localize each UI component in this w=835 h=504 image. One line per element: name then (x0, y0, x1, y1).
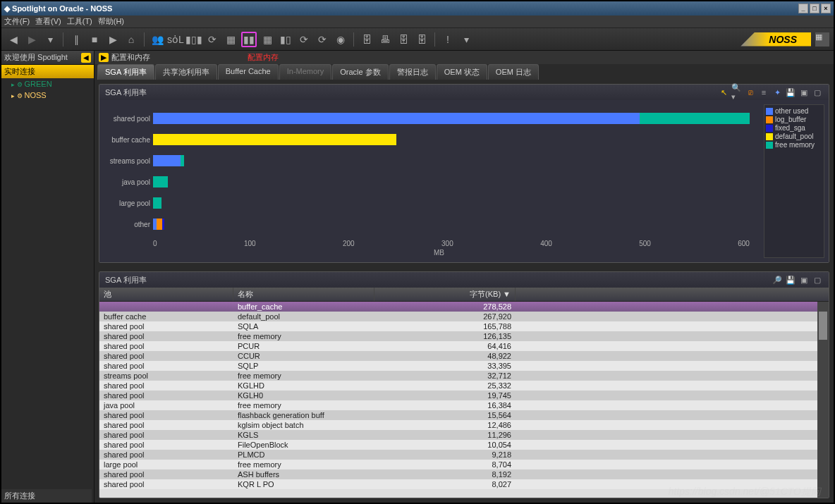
menu-tools[interactable]: 工具(T) (67, 16, 92, 27)
table-panel: SGA 利用率 🔎 💾 ▣ ▢ 池 名称 字节(KB) ▼ buffer_cac… (99, 271, 829, 498)
tcopy-icon[interactable]: ▣ (798, 274, 810, 285)
sidebar-welcome-label: 欢迎使用 Spotlight (4, 52, 68, 63)
stop-icon[interactable]: ■ (87, 32, 102, 47)
breadcrumb: ▶ 配置和内存 配置内存 (95, 51, 834, 64)
db1-icon[interactable]: 🗄 (359, 32, 374, 47)
tab-OEM 日志[interactable]: OEM 日志 (488, 64, 539, 80)
filter-icon[interactable]: ≡ (758, 87, 769, 98)
sql-icon[interactable]: sȯL (168, 32, 183, 47)
title-bar: ◆ Spotlight on Oracle - NOSS _ □ × (1, 1, 834, 16)
alert-icon[interactable]: ! (440, 32, 456, 47)
table-row[interactable]: shared poolKGLS11,296 (99, 430, 817, 440)
table-row[interactable]: shared poolPLMCD9,218 (99, 450, 817, 460)
table-row[interactable]: buffer_cache278,528 (99, 302, 817, 312)
table-title: SGA 利用率 (105, 275, 147, 285)
table-row[interactable]: shared poolKGLH019,745 (99, 391, 817, 400)
sidebar-welcome[interactable]: 欢迎使用 Spotlight ◀ (1, 51, 94, 65)
tab-OEM 状态[interactable]: OEM 状态 (437, 64, 487, 80)
target-icon[interactable]: ◉ (333, 32, 348, 47)
menu-help[interactable]: 帮助(H) (98, 16, 124, 27)
crumb-expand-icon[interactable]: ▶ (99, 53, 109, 62)
tmax-icon[interactable]: ▢ (812, 274, 823, 285)
nav-fwd-icon[interactable]: ▶ (24, 32, 39, 47)
content-area: ▶ 配置和内存 配置内存 SGA 利用率共享池利用率Buffer CacheIn… (95, 51, 834, 503)
col-kb[interactable]: 字节(KB) ▼ (374, 288, 516, 301)
app-icon: ◆ (4, 4, 10, 13)
x-axis-label: MB (434, 249, 444, 257)
menu-bar: 文件(F) 查看(V) 工具(T) 帮助(H) (1, 16, 834, 28)
collapse-icon[interactable]: ◀ (81, 53, 91, 63)
save-icon[interactable]: 💾 (785, 87, 796, 98)
tab-Buffer Cache[interactable]: Buffer Cache (218, 64, 279, 80)
opts-icon[interactable]: ✦ (772, 87, 783, 98)
db2-icon[interactable]: 🗄 (396, 32, 411, 47)
table-row[interactable]: streams poolfree memory32,712 (99, 371, 817, 381)
refresh-icon[interactable]: ⟳ (205, 32, 220, 47)
pointer-icon[interactable]: ↖ (718, 87, 729, 98)
table-row[interactable]: shared poolCCUR48,922 (99, 351, 817, 361)
table-row[interactable]: shared poolkglsim object batch12,486 (99, 420, 817, 430)
find-icon[interactable]: 🔎 (772, 274, 783, 285)
copy-icon[interactable]: ▣ (798, 87, 810, 98)
nav-back-icon[interactable]: ◀ (6, 32, 21, 47)
table-row[interactable]: buffer cachedefault_pool267,920 (99, 312, 817, 321)
minimize-button[interactable]: _ (798, 4, 808, 13)
home-icon[interactable]: ⌂ (123, 32, 139, 47)
table-row[interactable]: shared poolflashback generation buff15,5… (99, 410, 817, 420)
sidebar-item-noss[interactable]: NOSS (1, 90, 94, 101)
tab-Oracle 参数[interactable]: Oracle 参数 (332, 64, 388, 80)
tab-共享池利用率[interactable]: 共享池利用率 (155, 64, 217, 80)
col-pool[interactable]: 池 (99, 288, 233, 301)
play-icon[interactable]: ▶ (105, 32, 121, 47)
chart-icon[interactable]: ▮▯▮ (186, 32, 202, 47)
menu-file[interactable]: 文件(F) (4, 16, 30, 27)
menu-view[interactable]: 查看(V) (35, 16, 61, 27)
table-row[interactable]: java poolfree memory16,384 (99, 400, 817, 410)
table-row[interactable]: shared poolKGLHD25,332 (99, 381, 817, 391)
table-header: 池 名称 字节(KB) ▼ (99, 288, 829, 302)
users-icon[interactable]: 👥 (150, 32, 165, 47)
chart-legend: other usedlog_bufferfixed_sgadefault_poo… (764, 104, 824, 258)
zoom-icon[interactable]: 🔍▾ (731, 87, 743, 98)
window-title: Spotlight on Oracle - NOSS (12, 4, 112, 13)
brand-badge: NOSS (740, 32, 811, 47)
brush-icon[interactable]: ⎚ (745, 87, 756, 98)
max-icon[interactable]: ▢ (812, 87, 823, 98)
close-button[interactable]: × (821, 4, 831, 13)
alert-drop-icon[interactable]: ▾ (458, 32, 474, 47)
table-row[interactable]: large poolfree memory8,704 (99, 460, 817, 469)
grid2-icon[interactable]: ▦ (260, 32, 275, 47)
chart-panel: SGA 利用率 ↖ 🔍▾ ⎚ ≡ ✦ 💾 ▣ ▢ shared poolbuff… (99, 84, 829, 263)
table-scrollbar[interactable] (817, 302, 829, 498)
memory-config-icon[interactable]: ▮▮ (241, 32, 257, 47)
tsave-icon[interactable]: 💾 (785, 274, 796, 285)
sidebar-section[interactable]: 实时连接 (1, 65, 94, 78)
cycle1-icon[interactable]: ⟳ (296, 32, 312, 47)
tab-警报日志[interactable]: 警报日志 (389, 64, 436, 80)
table-row[interactable]: shared poolfree memory126,135 (99, 331, 817, 341)
barchart-icon[interactable]: ▮▯ (278, 32, 293, 47)
sidebar: 欢迎使用 Spotlight ◀ 实时连接 GREEN NOSS (1, 51, 95, 503)
table-row[interactable]: shared poolFileOpenBlock10,054 (99, 440, 817, 450)
grid1-icon[interactable]: ▦ (223, 32, 238, 47)
sidebar-item-green[interactable]: GREEN (1, 78, 94, 90)
cycle2-icon[interactable]: ⟳ (315, 32, 330, 47)
col-name[interactable]: 名称 (233, 288, 374, 301)
nav-dropdown-icon[interactable]: ▾ (42, 32, 58, 47)
table-row[interactable]: shared poolSQLA165,788 (99, 321, 817, 331)
crumb-annotation: 配置内存 (248, 53, 279, 61)
pause-icon[interactable]: ∥ (68, 32, 84, 47)
table-row[interactable]: shared poolPCUR64,416 (99, 341, 817, 351)
tab-bar: SGA 利用率共享池利用率Buffer CacheIn-MemoryOracle… (95, 64, 834, 80)
sidebar-footer[interactable]: 所有连接 (1, 489, 92, 503)
maximize-button[interactable]: □ (810, 4, 819, 13)
table-row[interactable]: shared poolASH buffers8,192 (99, 469, 817, 479)
db3-icon[interactable]: 🗄 (414, 32, 429, 47)
brand-icon[interactable]: ▦ (815, 32, 829, 47)
table-row[interactable]: shared poolSQLP33,395 (99, 361, 817, 371)
sga-bar-chart: shared poolbuffer cachestreams pooljava … (104, 104, 764, 258)
print-icon[interactable]: 🖶 (377, 32, 393, 47)
tab-In-Memory[interactable]: In-Memory (279, 64, 332, 80)
tab-SGA 利用率[interactable]: SGA 利用率 (97, 64, 154, 80)
table-row[interactable]: shared poolKQR L PO8,027 (99, 479, 817, 489)
